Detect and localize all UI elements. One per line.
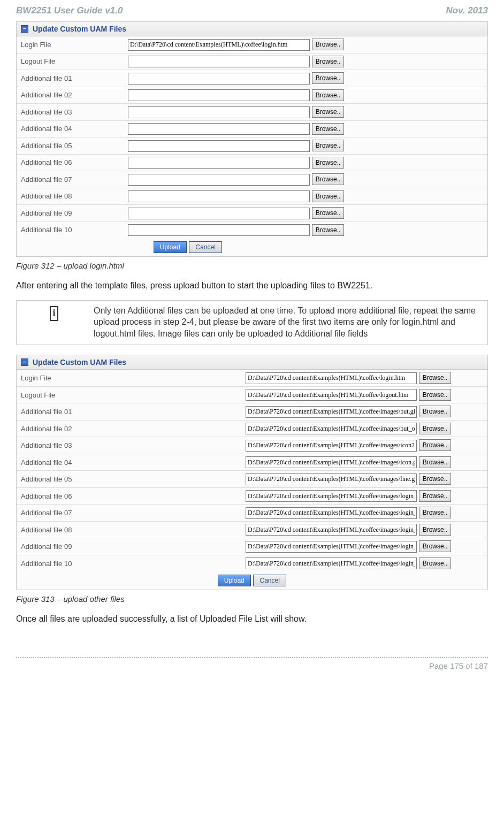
body-paragraph-1: After entering all the template files, p…: [16, 280, 488, 292]
browse-button[interactable]: Browse..: [312, 207, 345, 219]
file-row: Login File Browse..: [17, 36, 487, 53]
file-row: Additional file 02 Browse..: [17, 420, 487, 437]
file-label: Additional file 02: [17, 87, 124, 104]
file-input-cell: Browse..: [124, 188, 487, 205]
file-row: Additional file 04 Browse..: [17, 454, 487, 471]
file-row: Additional file 06 Browse..: [17, 487, 487, 505]
upload-button[interactable]: Upload: [218, 575, 251, 586]
browse-button[interactable]: Browse..: [312, 106, 345, 118]
file-label: Additional file 05: [17, 138, 124, 155]
file-label: Additional file 06: [17, 487, 241, 505]
uam-panel-2: − Update Custom UAM Files Login File Bro…: [16, 355, 488, 590]
file-label: Additional file 04: [17, 454, 241, 471]
file-path-input[interactable]: [128, 157, 310, 169]
file-path-input[interactable]: [128, 224, 310, 236]
browse-button[interactable]: Browse..: [312, 140, 345, 151]
file-row: Additional file 04 Browse..: [17, 120, 487, 138]
browse-button[interactable]: Browse..: [419, 507, 452, 518]
file-path-input[interactable]: [246, 541, 417, 553]
file-row: Additional file 07 Browse..: [17, 171, 487, 188]
cancel-button[interactable]: Cancel: [253, 575, 286, 586]
file-path-input[interactable]: [246, 456, 417, 468]
info-note-text: Only ten Additional files can be uploade…: [91, 301, 487, 345]
collapse-icon[interactable]: −: [21, 25, 28, 33]
file-path-input[interactable]: [246, 389, 417, 401]
browse-button[interactable]: Browse..: [312, 123, 345, 135]
file-path-input[interactable]: [246, 473, 417, 485]
collapse-icon[interactable]: −: [21, 358, 28, 366]
browse-button[interactable]: Browse..: [419, 439, 452, 451]
file-path-input[interactable]: [128, 174, 310, 186]
file-label: Additional file 09: [17, 205, 124, 222]
file-path-input[interactable]: [128, 190, 310, 202]
browse-button[interactable]: Browse..: [419, 490, 452, 502]
file-label: Logout File: [17, 53, 124, 70]
info-note-box: i Only ten Additional files can be uploa…: [16, 300, 488, 346]
file-input-cell: Browse..: [124, 171, 487, 188]
file-input-cell: Browse..: [124, 53, 487, 70]
browse-button[interactable]: Browse..: [419, 540, 452, 552]
file-row: Additional file 09 Browse..: [17, 538, 487, 555]
file-label: Logout File: [17, 386, 241, 403]
file-row: Additional file 03 Browse..: [17, 104, 487, 121]
browse-button[interactable]: Browse..: [419, 423, 452, 434]
file-path-input[interactable]: [128, 123, 310, 135]
file-label: Login File: [17, 370, 241, 386]
file-input-cell: Browse..: [241, 487, 487, 505]
browse-button[interactable]: Browse..: [419, 389, 452, 401]
browse-button[interactable]: Browse..: [419, 557, 452, 569]
file-input-cell: Browse..: [241, 454, 487, 471]
browse-button[interactable]: Browse..: [312, 173, 345, 185]
file-path-input[interactable]: [128, 89, 310, 101]
file-input-cell: Browse..: [124, 138, 487, 155]
file-input-cell: Browse..: [241, 403, 487, 421]
file-row: Additional file 09 Browse..: [17, 205, 487, 222]
uam-panel-1: − Update Custom UAM Files Login File Bro…: [16, 21, 488, 257]
browse-button[interactable]: Browse..: [312, 157, 345, 169]
file-path-input[interactable]: [128, 39, 310, 51]
browse-button[interactable]: Browse..: [312, 56, 345, 67]
file-label: Additional file 02: [17, 420, 241, 437]
file-row: Additional file 05 Browse..: [17, 471, 487, 488]
file-path-input[interactable]: [246, 490, 417, 502]
file-path-input[interactable]: [128, 106, 310, 118]
file-input-cell: Browse..: [124, 36, 487, 53]
browse-button[interactable]: Browse..: [419, 456, 452, 468]
file-path-input[interactable]: [246, 524, 417, 536]
file-path-input[interactable]: [246, 507, 417, 519]
file-input-cell: Browse..: [241, 471, 487, 488]
browse-button[interactable]: Browse..: [312, 190, 345, 202]
file-form-1: Login File Browse..Logout File Browse..A…: [17, 36, 487, 238]
browse-button[interactable]: Browse..: [312, 39, 345, 50]
browse-button[interactable]: Browse..: [312, 72, 345, 84]
panel-header: − Update Custom UAM Files: [17, 22, 487, 36]
file-path-input[interactable]: [246, 557, 417, 569]
browse-button[interactable]: Browse..: [419, 372, 452, 384]
file-path-input[interactable]: [128, 208, 310, 219]
file-path-input[interactable]: [128, 140, 310, 152]
file-row: Additional file 10 Browse..: [17, 221, 487, 238]
browse-button[interactable]: Browse..: [419, 473, 452, 485]
figure-caption-2: Figure 313 – upload other files: [16, 594, 488, 604]
file-path-input[interactable]: [246, 372, 417, 384]
upload-button[interactable]: Upload: [154, 241, 187, 253]
browse-button[interactable]: Browse..: [419, 524, 452, 536]
file-input-cell: Browse..: [124, 120, 487, 138]
file-row: Additional file 06 Browse..: [17, 154, 487, 171]
file-label: Additional file 10: [17, 555, 241, 571]
browse-button[interactable]: Browse..: [419, 406, 452, 417]
browse-button[interactable]: Browse..: [312, 89, 345, 101]
info-icon: i: [50, 306, 58, 321]
file-path-input[interactable]: [246, 406, 417, 418]
file-row: Additional file 01 Browse..: [17, 403, 487, 421]
file-path-input[interactable]: [128, 56, 310, 67]
file-label: Additional file 10: [17, 221, 124, 238]
file-row: Logout File Browse..: [17, 53, 487, 70]
file-input-cell: Browse..: [241, 370, 487, 386]
file-path-input[interactable]: [246, 440, 417, 452]
file-path-input[interactable]: [128, 73, 310, 85]
file-path-input[interactable]: [246, 423, 417, 434]
browse-button[interactable]: Browse..: [312, 224, 345, 236]
cancel-button[interactable]: Cancel: [189, 241, 222, 253]
file-label: Additional file 04: [17, 120, 124, 138]
